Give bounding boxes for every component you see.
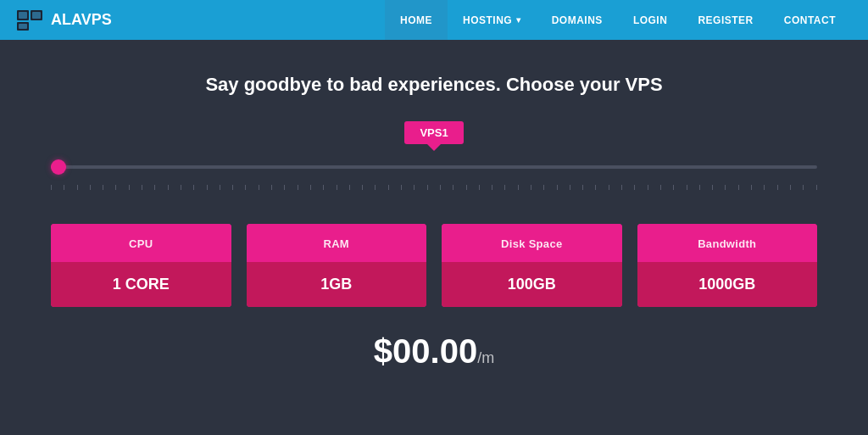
spec-cards-grid: CPU 1 CORE RAM 1GB Disk Space 100GB Band… (51, 224, 817, 307)
spec-card-disk-label: Disk Space (442, 224, 622, 262)
spec-card-ram: RAM 1GB (247, 224, 427, 307)
spec-card-cpu-value: 1 CORE (51, 262, 231, 307)
slider-ticks (51, 185, 817, 190)
slider-label-bubble: VPS1 (404, 121, 463, 144)
svg-rect-3 (32, 12, 41, 19)
nav-links: HOME HOSTING ▾ DOMAINS LOGIN REGISTER CO… (385, 0, 851, 40)
spec-card-bandwidth: Bandwidth 1000GB (637, 224, 818, 307)
slider-thumb[interactable] (51, 159, 66, 175)
spec-card-ram-value: 1GB (247, 262, 427, 307)
chevron-down-icon: ▾ (516, 15, 521, 25)
spec-card-ram-label: RAM (247, 224, 427, 262)
nav-item-domains[interactable]: DOMAINS (537, 0, 618, 40)
spec-card-disk-value: 100GB (442, 262, 622, 307)
slider-current-label: VPS1 (420, 126, 448, 139)
vps-slider-section: VPS1 (51, 121, 817, 190)
price-value: $00.00 (374, 332, 477, 370)
price-section: $00.00/m (51, 332, 817, 371)
page-headline: Say goodbye to bad experiences. Choose y… (51, 74, 817, 96)
spec-card-cpu-label: CPU (51, 224, 231, 262)
main-content: Say goodbye to bad experiences. Choose y… (0, 40, 868, 388)
spec-card-bandwidth-label: Bandwidth (637, 224, 818, 262)
nav-item-login[interactable]: LOGIN (618, 0, 683, 40)
slider-track-container (51, 154, 817, 180)
spec-card-disk: Disk Space 100GB (442, 224, 622, 307)
brand-logo[interactable]: ALAVPS (17, 8, 112, 32)
nav-item-contact[interactable]: CONTACT (769, 0, 851, 40)
slider-track (51, 165, 817, 169)
spec-card-bandwidth-value: 1000GB (637, 262, 818, 307)
svg-rect-1 (19, 12, 27, 19)
nav-item-home[interactable]: HOME (385, 0, 448, 40)
spec-card-cpu: CPU 1 CORE (51, 224, 231, 307)
navbar: ALAVPS HOME HOSTING ▾ DOMAINS LOGIN REGI… (0, 0, 868, 40)
svg-rect-5 (19, 24, 27, 29)
nav-item-register[interactable]: REGISTER (682, 0, 768, 40)
price-period: /m (477, 349, 494, 366)
brand-name: ALAVPS (51, 11, 112, 29)
slider-label-container: VPS1 (51, 121, 817, 144)
nav-item-hosting[interactable]: HOSTING ▾ (448, 0, 537, 40)
